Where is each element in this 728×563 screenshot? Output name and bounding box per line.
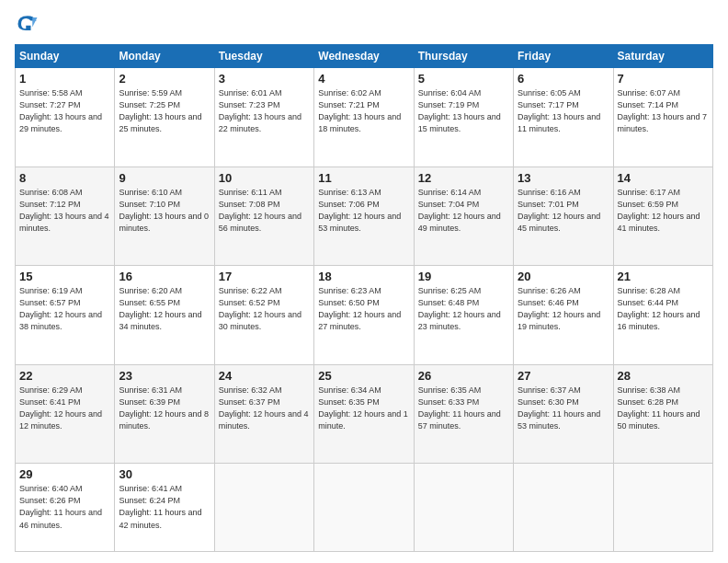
day-info: Sunrise: 6:22 AM Sunset: 6:52 PM Dayligh… [219, 285, 310, 333]
calendar-cell: 24 Sunrise: 6:32 AM Sunset: 6:37 PM Dayl… [214, 364, 313, 464]
day-info: Sunrise: 6:29 AM Sunset: 6:41 PM Dayligh… [19, 385, 110, 432]
calendar-cell: 26 Sunrise: 6:35 AM Sunset: 6:33 PM Dayl… [414, 364, 513, 464]
day-number: 19 [418, 270, 509, 283]
calendar-cell [414, 464, 513, 552]
day-info: Sunrise: 6:20 AM Sunset: 6:55 PM Dayligh… [119, 285, 210, 333]
day-info: Sunrise: 6:25 AM Sunset: 6:48 PM Dayligh… [418, 285, 509, 333]
weekday-header: Monday [115, 45, 214, 68]
calendar-week-row: 1 Sunrise: 5:58 AM Sunset: 7:27 PM Dayli… [16, 68, 713, 167]
calendar-cell: 3 Sunrise: 6:01 AM Sunset: 7:23 PM Dayli… [214, 68, 313, 167]
day-number: 9 [119, 171, 210, 185]
day-number: 17 [219, 270, 310, 283]
day-number: 28 [618, 369, 709, 383]
day-number: 11 [318, 171, 409, 185]
day-info: Sunrise: 6:07 AM Sunset: 7:14 PM Dayligh… [618, 87, 709, 135]
calendar-cell: 30 Sunrise: 6:41 AM Sunset: 6:24 PM Dayl… [115, 464, 214, 552]
day-info: Sunrise: 6:05 AM Sunset: 7:17 PM Dayligh… [518, 87, 609, 135]
calendar-cell: 29 Sunrise: 6:40 AM Sunset: 6:26 PM Dayl… [16, 464, 115, 552]
calendar-cell: 2 Sunrise: 5:59 AM Sunset: 7:25 PM Dayli… [115, 68, 214, 167]
calendar-cell: 23 Sunrise: 6:31 AM Sunset: 6:39 PM Dayl… [115, 364, 214, 464]
day-info: Sunrise: 6:08 AM Sunset: 7:12 PM Dayligh… [19, 187, 110, 235]
day-number: 6 [518, 72, 609, 86]
calendar-cell [613, 464, 712, 552]
day-number: 23 [119, 369, 210, 383]
calendar-table: SundayMondayTuesdayWednesdayThursdayFrid… [15, 44, 713, 552]
day-info: Sunrise: 6:01 AM Sunset: 7:23 PM Dayligh… [219, 87, 310, 135]
day-number: 2 [119, 72, 210, 86]
calendar-cell: 8 Sunrise: 6:08 AM Sunset: 7:12 PM Dayli… [16, 167, 115, 266]
calendar-cell: 17 Sunrise: 6:22 AM Sunset: 6:52 PM Dayl… [214, 266, 313, 365]
calendar-cell: 18 Sunrise: 6:23 AM Sunset: 6:50 PM Dayl… [314, 266, 414, 365]
day-info: Sunrise: 6:14 AM Sunset: 7:04 PM Dayligh… [418, 187, 509, 235]
calendar-cell: 10 Sunrise: 6:11 AM Sunset: 7:08 PM Dayl… [214, 167, 313, 266]
day-number: 4 [318, 72, 409, 86]
weekday-header: Wednesday [314, 45, 414, 68]
calendar-cell: 9 Sunrise: 6:10 AM Sunset: 7:10 PM Dayli… [115, 167, 214, 266]
day-number: 1 [19, 72, 110, 86]
day-number: 7 [618, 72, 709, 86]
calendar-cell: 25 Sunrise: 6:34 AM Sunset: 6:35 PM Dayl… [314, 364, 414, 464]
day-number: 27 [518, 369, 609, 383]
day-number: 26 [418, 369, 509, 383]
calendar-cell: 15 Sunrise: 6:19 AM Sunset: 6:57 PM Dayl… [16, 266, 115, 365]
day-info: Sunrise: 6:32 AM Sunset: 6:37 PM Dayligh… [219, 385, 310, 432]
day-info: Sunrise: 6:40 AM Sunset: 6:26 PM Dayligh… [19, 483, 110, 531]
day-info: Sunrise: 6:41 AM Sunset: 6:24 PM Dayligh… [119, 483, 210, 531]
day-info: Sunrise: 6:35 AM Sunset: 6:33 PM Dayligh… [418, 385, 509, 432]
weekday-header: Sunday [16, 45, 115, 68]
day-info: Sunrise: 6:26 AM Sunset: 6:46 PM Dayligh… [518, 285, 609, 333]
day-info: Sunrise: 6:31 AM Sunset: 6:39 PM Dayligh… [119, 385, 210, 432]
day-number: 21 [618, 270, 709, 283]
calendar-cell: 13 Sunrise: 6:16 AM Sunset: 7:01 PM Dayl… [514, 167, 613, 266]
calendar-cell: 1 Sunrise: 5:58 AM Sunset: 7:27 PM Dayli… [16, 68, 115, 167]
weekday-header: Tuesday [214, 45, 313, 68]
logo [15, 11, 44, 37]
day-info: Sunrise: 6:34 AM Sunset: 6:35 PM Dayligh… [318, 385, 409, 432]
day-info: Sunrise: 6:17 AM Sunset: 6:59 PM Dayligh… [618, 187, 709, 235]
day-info: Sunrise: 6:02 AM Sunset: 7:21 PM Dayligh… [318, 87, 409, 135]
day-number: 8 [19, 171, 110, 185]
calendar-cell: 5 Sunrise: 6:04 AM Sunset: 7:19 PM Dayli… [414, 68, 513, 167]
calendar-cell: 6 Sunrise: 6:05 AM Sunset: 7:17 PM Dayli… [514, 68, 613, 167]
calendar-cell: 16 Sunrise: 6:20 AM Sunset: 6:55 PM Dayl… [115, 266, 214, 365]
day-number: 22 [19, 369, 110, 383]
calendar-week-row: 29 Sunrise: 6:40 AM Sunset: 6:26 PM Dayl… [16, 464, 713, 552]
day-number: 18 [318, 270, 409, 283]
logo-icon [15, 11, 40, 37]
day-number: 14 [618, 171, 709, 185]
calendar-cell: 21 Sunrise: 6:28 AM Sunset: 6:44 PM Dayl… [613, 266, 712, 365]
day-info: Sunrise: 6:04 AM Sunset: 7:19 PM Dayligh… [418, 87, 509, 135]
day-number: 20 [518, 270, 609, 283]
day-info: Sunrise: 6:37 AM Sunset: 6:30 PM Dayligh… [518, 385, 609, 432]
calendar-cell: 14 Sunrise: 6:17 AM Sunset: 6:59 PM Dayl… [613, 167, 712, 266]
calendar-cell: 19 Sunrise: 6:25 AM Sunset: 6:48 PM Dayl… [414, 266, 513, 365]
calendar-cell: 27 Sunrise: 6:37 AM Sunset: 6:30 PM Dayl… [514, 364, 613, 464]
weekday-header: Thursday [414, 45, 513, 68]
weekday-header: Saturday [613, 45, 712, 68]
day-info: Sunrise: 6:38 AM Sunset: 6:28 PM Dayligh… [618, 385, 709, 432]
day-info: Sunrise: 6:11 AM Sunset: 7:08 PM Dayligh… [219, 187, 310, 235]
day-info: Sunrise: 5:59 AM Sunset: 7:25 PM Dayligh… [119, 87, 210, 135]
day-info: Sunrise: 5:58 AM Sunset: 7:27 PM Dayligh… [19, 87, 110, 135]
calendar-cell: 20 Sunrise: 6:26 AM Sunset: 6:46 PM Dayl… [514, 266, 613, 365]
header [15, 11, 713, 37]
calendar-cell [514, 464, 613, 552]
day-info: Sunrise: 6:28 AM Sunset: 6:44 PM Dayligh… [618, 285, 709, 333]
calendar-cell: 7 Sunrise: 6:07 AM Sunset: 7:14 PM Dayli… [613, 68, 712, 167]
day-number: 29 [19, 467, 110, 481]
day-number: 5 [418, 72, 509, 86]
day-info: Sunrise: 6:23 AM Sunset: 6:50 PM Dayligh… [318, 285, 409, 333]
day-number: 13 [518, 171, 609, 185]
weekday-header: Friday [514, 45, 613, 68]
day-info: Sunrise: 6:16 AM Sunset: 7:01 PM Dayligh… [518, 187, 609, 235]
day-number: 25 [318, 369, 409, 383]
day-number: 12 [418, 171, 509, 185]
day-info: Sunrise: 6:19 AM Sunset: 6:57 PM Dayligh… [19, 285, 110, 333]
calendar-week-row: 15 Sunrise: 6:19 AM Sunset: 6:57 PM Dayl… [16, 266, 713, 365]
calendar-cell: 22 Sunrise: 6:29 AM Sunset: 6:41 PM Dayl… [16, 364, 115, 464]
calendar-cell: 11 Sunrise: 6:13 AM Sunset: 7:06 PM Dayl… [314, 167, 414, 266]
page: SundayMondayTuesdayWednesdayThursdayFrid… [0, 0, 728, 563]
calendar-cell: 4 Sunrise: 6:02 AM Sunset: 7:21 PM Dayli… [314, 68, 414, 167]
calendar-cell [214, 464, 313, 552]
day-number: 16 [119, 270, 210, 283]
